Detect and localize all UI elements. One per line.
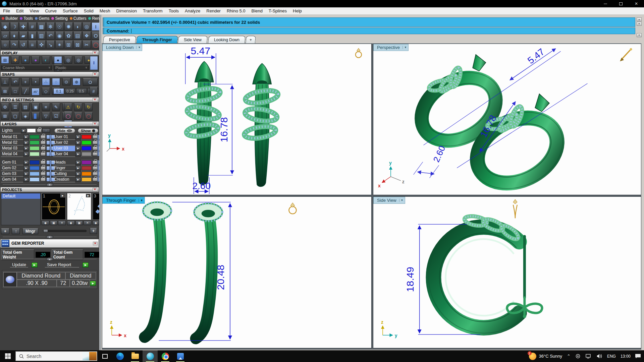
tool-icon[interactable]: ✶ — [55, 41, 64, 49]
save-report-go-icon[interactable]: ▶ — [83, 262, 89, 267]
menu-blend[interactable]: Blend — [249, 8, 266, 13]
projects-list[interactable]: Default — [1, 193, 41, 225]
snap-icon[interactable]: + — [21, 78, 30, 85]
snap-value-0.5[interactable]: 0.5 — [76, 88, 87, 94]
display-toggle-button[interactable]: I — [90, 56, 98, 70]
earring-front-right[interactable] — [244, 63, 279, 187]
start-button[interactable] — [0, 350, 15, 362]
ring-perspective-left[interactable] — [400, 52, 516, 161]
snap-icon[interactable]: • — [32, 78, 40, 85]
layer-color-swatch[interactable] — [30, 146, 40, 150]
snap-icon[interactable]: ◌ — [52, 78, 60, 85]
tab-tools[interactable]: Tools — [19, 16, 34, 21]
layer-color-swatch[interactable] — [30, 172, 40, 176]
toggle-o-button[interactable]: O — [92, 32, 99, 40]
viewport-label-looking-down[interactable]: Looking Down ▼ — [102, 44, 142, 51]
tool-icon[interactable]: ◗ — [73, 22, 82, 31]
lock-icon[interactable] — [93, 146, 98, 150]
project-thumb-2[interactable]: 2 ▶ — [67, 193, 91, 220]
layer-color-swatch[interactable] — [82, 135, 92, 139]
layer-color-swatch[interactable] — [30, 140, 40, 145]
material-sphere-icon[interactable]: ◎ — [74, 56, 83, 64]
lock-icon[interactable] — [41, 166, 46, 170]
thumb-delete-button[interactable]: ✕ — [84, 221, 91, 225]
display-shaded-icon[interactable]: ● — [21, 56, 30, 64]
bounding-icon[interactable]: ◈ — [21, 112, 30, 120]
tool-icon[interactable]: ≡ — [28, 41, 37, 49]
ornament[interactable] — [507, 236, 542, 318]
thumb-save-button[interactable]: ▣ — [50, 221, 58, 225]
tool-icon[interactable]: ▮ — [28, 32, 37, 40]
display-panel-header[interactable]: DISPLAY ✕ — [0, 50, 99, 55]
settings-icon[interactable]: ⚙ — [1, 103, 9, 111]
tool-icon[interactable]: ◉ — [55, 32, 64, 40]
display-render-icon[interactable]: ● — [32, 56, 40, 64]
snaps-panel-header[interactable]: SNAPS ✕ — [0, 72, 99, 77]
tool-icon[interactable]: ❖ — [83, 32, 91, 40]
tool-icon[interactable]: ▥ — [37, 32, 46, 40]
thumb-arrow[interactable]: ▶ — [86, 194, 91, 197]
info-settings-header[interactable]: INFO & SETTINGS ✕ — [0, 97, 99, 102]
weather-widget[interactable]: 1 36°C Sunny — [529, 353, 562, 360]
tool-icon[interactable]: ◯ — [92, 41, 99, 49]
tool-icon[interactable]: ✿ — [64, 32, 73, 40]
menu-edit[interactable]: Edit — [13, 8, 26, 13]
display-globe-icon[interactable]: ◐ — [42, 56, 50, 64]
thumb-delete-button[interactable]: ✕ — [58, 221, 66, 225]
lock-icon[interactable] — [41, 172, 46, 176]
snap-icon[interactable]: ∴ — [42, 78, 50, 85]
ring-perspective-right[interactable] — [457, 92, 578, 195]
tab-cutters[interactable]: Cutters — [69, 16, 87, 21]
hazard-icon[interactable]: ⚠ — [64, 103, 72, 111]
lock-icon[interactable] — [93, 161, 98, 164]
layer-color-swatch[interactable] — [82, 140, 92, 145]
thumb-scroll-handle[interactable] — [43, 229, 48, 233]
history-icon[interactable]: ≡ — [42, 103, 50, 111]
toggle-i-button[interactable]: I — [92, 22, 99, 31]
scroll-up-button[interactable]: ▲ — [637, 17, 642, 21]
lock-icon[interactable] — [93, 166, 98, 170]
options-icon[interactable]: ☰ — [11, 103, 19, 111]
snap-icon[interactable]: ╱ — [21, 87, 30, 95]
snap-icon[interactable]: ⊕ — [72, 78, 80, 85]
lock-icon[interactable] — [93, 135, 98, 139]
layer-color-swatch[interactable] — [30, 177, 40, 182]
lock-icon[interactable] — [41, 141, 46, 144]
viewport-layout-icon[interactable]: ⊞ — [1, 112, 9, 120]
thumb-apply-button[interactable]: ◆ — [42, 221, 49, 225]
layer-color-swatch[interactable] — [82, 160, 92, 165]
project-thumb-3[interactable]: 3 — [93, 193, 99, 220]
layer-color-swatch[interactable] — [30, 166, 40, 170]
projects-panel-header[interactable]: PROJECTS ✕ — [0, 187, 99, 192]
display-axes-icon[interactable]: ✚ — [11, 56, 19, 64]
tool-icon[interactable]: ✺ — [64, 22, 73, 31]
save-report-button[interactable]: Save Report — [45, 262, 79, 267]
tool-icon[interactable]: ↶ — [46, 32, 55, 40]
panel-collapse[interactable]: ▼ — [3, 183, 97, 186]
thumb-apply-button[interactable]: ◆ — [93, 221, 99, 225]
layer-color-swatch[interactable] — [30, 135, 40, 139]
menu-render[interactable]: Render — [203, 8, 224, 13]
notes-icon[interactable]: ✎ — [52, 103, 60, 111]
tool-icon[interactable]: ↷ — [10, 41, 18, 49]
record-icon[interactable]: ↻ — [85, 103, 93, 111]
tool-icon[interactable]: ♦ — [10, 32, 18, 40]
project-manager-button[interactable]: Mngr — [22, 228, 38, 234]
tool-icon[interactable]: ▱ — [1, 32, 9, 40]
search-input[interactable]: Search — [15, 351, 97, 361]
viewport-label-side-view[interactable]: Side View ▼ — [373, 197, 405, 204]
tab-perspective[interactable]: Perspective — [103, 36, 136, 43]
layer-color-swatch[interactable] — [82, 146, 92, 150]
menu-file[interactable]: File — [0, 8, 13, 13]
project-add-button[interactable]: + — [1, 228, 9, 234]
snap-icon[interactable]: □ — [11, 87, 19, 95]
project-item-default[interactable]: Default — [1, 193, 40, 199]
close-icon[interactable]: ✕ — [93, 51, 97, 55]
tab-looking-down[interactable]: Looking Down — [208, 36, 245, 43]
meet-now-icon[interactable] — [575, 354, 581, 359]
project-up-button[interactable]: ↑ — [12, 228, 20, 234]
layers-panel-header[interactable]: LAYERS ✕ — [0, 121, 99, 126]
show-button[interactable]: Show◉ — [78, 128, 98, 133]
thumb-scroll-track[interactable] — [43, 230, 87, 232]
lock-icon[interactable] — [41, 161, 46, 164]
